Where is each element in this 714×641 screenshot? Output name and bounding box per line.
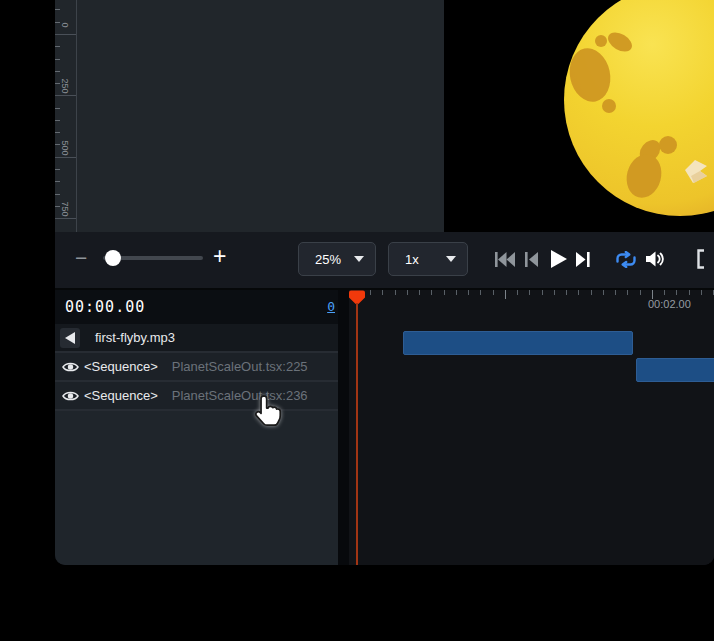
timeline-tick	[689, 290, 690, 295]
fullscreen-icon	[697, 249, 714, 269]
timeline-tick	[480, 290, 481, 295]
ruler-label: 250	[55, 76, 75, 96]
play-button[interactable]	[551, 250, 567, 271]
track-name: <Sequence>	[84, 388, 158, 403]
video-preview	[444, 0, 714, 232]
visibility-toggle[interactable]	[62, 361, 79, 373]
timeline-tick	[529, 290, 530, 295]
timeline-tick	[542, 290, 543, 295]
ruler-minor-tick	[55, 169, 60, 170]
timecode: 00:00.00	[65, 298, 145, 316]
skip-to-start-button[interactable]	[495, 252, 515, 270]
ruler-label: 0	[55, 15, 75, 35]
ruler-minor-tick	[55, 59, 60, 60]
ruler-minor-tick	[55, 206, 60, 207]
ruler-minor-tick	[55, 120, 60, 121]
track-row-audio[interactable]: first-flyby.mp3	[55, 324, 338, 353]
ruler-minor-tick	[55, 132, 60, 133]
loop-toggle[interactable]	[615, 251, 637, 271]
timeline-tick	[444, 290, 445, 295]
volume-button[interactable]	[645, 250, 664, 271]
timeline-tick	[603, 290, 604, 295]
mute-toggle[interactable]	[60, 328, 80, 348]
track-row-sequence[interactable]: <Sequence> PlanetScaleOut.tsx:236	[55, 382, 338, 411]
timeline-tick	[664, 290, 665, 295]
ruler-minor-tick	[55, 194, 60, 195]
ruler-minor-tick	[55, 46, 60, 47]
timeline-tick	[505, 290, 506, 299]
eye-icon	[62, 361, 79, 373]
timeline-tick	[578, 290, 579, 295]
remotion-studio-window: 0250500750 − + 25% 1x	[55, 0, 714, 565]
zoom-in-button[interactable]: +	[213, 243, 226, 270]
ruler-minor-tick	[55, 144, 60, 145]
zoom-slider[interactable]	[103, 248, 203, 268]
preview-ruler: 0250500750	[55, 0, 77, 232]
ruler-minor-tick	[55, 71, 60, 72]
timeline-tick	[382, 290, 383, 295]
timeline-tick	[615, 290, 616, 295]
visibility-toggle[interactable]	[62, 390, 79, 402]
playhead-line	[356, 303, 358, 565]
timeline-track-area[interactable]: 00:02.00	[349, 290, 714, 565]
previous-frame-button[interactable]	[525, 252, 538, 270]
timeline: 00:00.00 0 first-flyby.mp3	[55, 288, 714, 565]
track-source: PlanetScaleOut.tsx:225	[172, 359, 308, 374]
timeline-tick	[517, 290, 518, 295]
ruler-minor-tick	[55, 9, 60, 10]
chevron-down-icon	[354, 256, 364, 262]
fullscreen-button[interactable]	[697, 249, 714, 272]
timeline-tick	[407, 290, 408, 295]
timeline-tick	[640, 290, 641, 295]
toolbar: − + 25% 1x	[55, 232, 714, 288]
timeline-tick	[468, 290, 469, 295]
next-frame-button[interactable]	[576, 252, 590, 270]
timeline-tick	[370, 290, 371, 295]
playback-rate-select[interactable]: 1x	[388, 242, 468, 276]
ruler-minor-tick	[55, 181, 60, 182]
timeline-tick	[676, 290, 677, 295]
ruler-minor-tick	[55, 83, 60, 84]
sequence-bar[interactable]	[403, 331, 633, 355]
track-rows: first-flyby.mp3 <Sequence> PlanetScaleOu…	[55, 324, 338, 411]
ruler-label: 750	[55, 199, 75, 219]
timeline-tick	[554, 290, 555, 295]
next-frame-icon	[576, 252, 590, 267]
zoom-level-select[interactable]: 25%	[298, 242, 376, 276]
track-name: first-flyby.mp3	[95, 330, 175, 345]
timeline-tick	[419, 290, 420, 295]
timeline-tick	[395, 290, 396, 295]
zoom-out-button[interactable]: −	[75, 246, 87, 270]
ruler-minor-tick	[55, 22, 60, 23]
zoom-level-value: 25%	[315, 252, 341, 267]
planet-illustration	[444, 0, 714, 232]
track-row-sequence[interactable]: <Sequence> PlanetScaleOut.tsx:225	[55, 353, 338, 382]
speaker-icon	[65, 332, 75, 344]
ruler-label: 500	[55, 138, 75, 158]
timeline-time-label: 00:02.00	[648, 298, 691, 310]
preview-canvas: 0250500750	[55, 0, 714, 232]
play-icon	[551, 250, 567, 268]
skip-to-start-icon	[495, 252, 515, 267]
ruler-minor-tick	[55, 108, 60, 109]
timeline-tick	[431, 290, 432, 295]
timeline-divider	[338, 290, 349, 565]
timeline-tick	[566, 290, 567, 295]
track-source: PlanetScaleOut.tsx:236	[172, 388, 308, 403]
timeline-track-list: 00:00.00 0 first-flyby.mp3	[55, 290, 338, 565]
volume-icon	[645, 250, 664, 268]
previous-frame-icon	[525, 252, 538, 267]
chevron-down-icon	[446, 256, 456, 262]
playback-rate-value: 1x	[405, 252, 419, 267]
timeline-header: 00:00.00 0	[55, 290, 338, 324]
sequence-bar[interactable]	[636, 358, 714, 382]
timeline-tick	[493, 290, 494, 295]
eye-icon	[62, 390, 79, 402]
timeline-tick	[591, 290, 592, 295]
track-name: <Sequence>	[84, 359, 158, 374]
zoom-slider-thumb[interactable]	[105, 250, 121, 266]
timeline-tick	[456, 290, 457, 295]
loop-icon	[615, 251, 637, 268]
frame-indicator-link[interactable]: 0	[327, 299, 335, 314]
timeline-tick	[627, 290, 628, 295]
